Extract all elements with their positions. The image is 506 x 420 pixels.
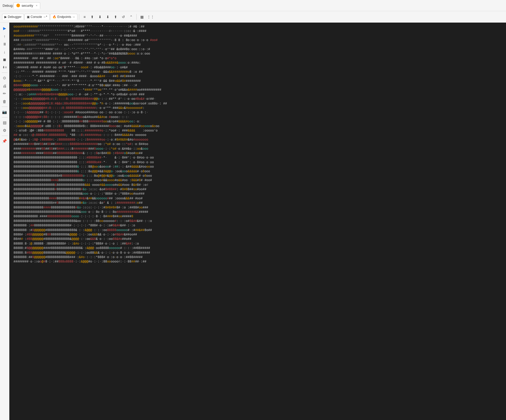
toolbar: ▶ Debugger ▣ Console →* 🔥 Endpoints → ≡ … — [0, 11, 506, 23]
console-line: 888888888888888888888##8888888888888#&o·… — [14, 201, 502, 205]
console-line: ###############88##88##8###::::8########… — [14, 147, 502, 151]
toolbar-up-btn[interactable]: ⬆ — [89, 13, 96, 21]
console-line: ####################·#####·o·:·*o**·#***… — [14, 52, 502, 56]
toolbar-ctrl-btn[interactable]: ⌃ — [128, 13, 135, 21]
console-line: ·:··:ooo@@@@@@@@##:8::::::8:888888888###… — [14, 106, 502, 110]
console-line: 8888888888888888888888#8888888888888#&o·… — [14, 187, 502, 192]
console-line: oo#····:######***************#*o#···#***… — [14, 29, 502, 34]
toolbar-sep-1 — [79, 14, 79, 20]
console-line: ########·o·:ooo@#8·:·:##888o8888·:·:&@@@… — [14, 260, 502, 264]
console-line: :·:···:&@@@@@@##·8:·:·:·:·:ooo## ##oooo#… — [14, 110, 502, 115]
debug-label: Debug: — [3, 4, 14, 8]
console-line: oooo#########*******************:#8###**… — [14, 25, 502, 29]
toolbar-sep-2 — [136, 14, 137, 20]
console-line: 8888888·:#8@@@@@@#888888888888888&·:·:&@… — [14, 228, 502, 233]
delete-button[interactable]: 🗑 — [1, 98, 8, 105]
console-line: 88888888888888888888888888888888888&ooo·… — [14, 210, 502, 214]
tab-label: security — [22, 4, 33, 8]
tab-security[interactable]: security × — [14, 2, 40, 9]
console-line: 8888#·:#88@@@@@@#888888888888&@@@@·:·:·:… — [14, 233, 502, 237]
endpoints-tab[interactable]: 🔥 Endpoints → — [50, 14, 78, 20]
console-label: Console →* — [31, 15, 47, 19]
toolbar-up2-btn[interactable]: ⬆ — [112, 13, 119, 21]
tab-icon — [16, 4, 20, 7]
console-line: 8888888888888888888888888888888888·::::#… — [14, 160, 502, 165]
console-line: ·::·**····######·######·****·*###**·**·*… — [14, 70, 502, 74]
toolbar-refresh-btn[interactable]: ↺ — [120, 13, 127, 21]
sidebar-sep-1 — [2, 73, 8, 73]
screenshot-button[interactable]: 📷 — [1, 108, 8, 116]
title-bar: Debug: security × — [0, 0, 506, 11]
step-into-button[interactable]: ⬇≡ — [1, 64, 8, 71]
stop-button[interactable]: ⏹ — [1, 56, 8, 63]
console-line: ·:oooo8&&@@@@@@#·o88·:·:8:·888888888#8o:… — [14, 124, 502, 129]
play-button[interactable]: ▶ — [1, 25, 8, 32]
step-up-button[interactable]: ↑ — [1, 32, 8, 40]
console-line: 88###·:#88@@@@@@#8888888888888&@@@@·:·:o… — [14, 237, 502, 241]
console-line: 88###@@@@oooo··········*· ##*#*********·… — [14, 83, 502, 88]
console-line: ·:·:·:o@@@@@@##:88:·:·:·:·:#######8ooo&#… — [14, 115, 502, 120]
pin-button[interactable]: 📌 — [1, 137, 8, 145]
console-line: ################88888##88888888888###&·:… — [14, 151, 502, 156]
sidebar: ▶ ↑ ⏸ ↓ ⏹ ⬇≡ ⊙ 🖨 ✏ 🗑 📷 ▤ ⚙ 📌 — [0, 23, 9, 420]
console-line: ###·######**#######*****·····########·o#… — [14, 38, 502, 43]
console-line: 88888:8·:@:88888·:888888888#·:·:&#o·:·:·… — [14, 242, 502, 246]
sidebar-sep-3 — [2, 117, 8, 117]
console-line: 8888888:##8@@@@@@#888888888888###·:&#o·:… — [14, 255, 502, 260]
console-line: 88888888888888888888###&8888888888888o·:… — [14, 178, 502, 183]
console-line: ·:·:······*·*·########····###··###·####·… — [14, 74, 502, 79]
console-line: 88888:8#88@@@@@@88888888888&@@@@@·:·:·:o… — [14, 251, 502, 255]
console-line: &ooo:·*····*·&#**·&***····****·***8·····… — [14, 79, 502, 83]
console-line: 8888888888888888888888888888888888&·::::… — [14, 165, 502, 169]
console-line: @@@@@@@#8######@@@@@&ooo·:·:·········*##… — [14, 88, 502, 92]
sidebar-sep-2 — [2, 107, 8, 107]
endpoints-label: Endpoints → — [57, 15, 75, 19]
console-line: #ooooo#####*****##* *********8######**·*… — [14, 34, 502, 38]
console-output: oooo#########*******************:#8###**… — [9, 23, 506, 420]
debugger-icon: ▶ — [4, 15, 7, 19]
settings-button[interactable]: ⚙ — [1, 127, 8, 134]
console-line: ·:#####8·####·#·#o##·oo·oo*8*****···ooo#… — [14, 65, 502, 70]
endpoints-icon: 🔥 — [52, 15, 56, 19]
console-line: 888888888888888888888888888888888888&ooo… — [14, 192, 502, 196]
console-line: &####o·###*******####*o#···:·*·**·***·**… — [14, 47, 502, 52]
debugger-tab[interactable]: ▶ Debugger — [2, 14, 24, 20]
console-tab[interactable]: ▣ Console →* — [24, 14, 50, 20]
edit-button[interactable]: ✏ — [1, 90, 8, 97]
toolbar-cols-btn[interactable]: ⋮⋮ — [146, 13, 155, 21]
console-line: 8888888888888888888888888888888888·::::#… — [14, 156, 502, 160]
console-line: 8888888888888888888888&888888888888888&&… — [14, 183, 502, 187]
console-line: ·::o:··:o#####8##88#8###@@@@&ooo·:·#··o#… — [14, 93, 502, 97]
console-line: ·:··:oooo&@@@@@@@#8:#:8:::::8::888888888… — [14, 97, 502, 101]
toolbar-down-btn[interactable]: ⬇ — [96, 13, 104, 21]
sidebar-sep-4 — [2, 136, 8, 136]
console-line: ########··###·##··##·:oo*8####···8&·:·##… — [14, 56, 502, 61]
console-line: ###########·###########·#·o#··#·#8###··#… — [14, 61, 502, 65]
toolbar-down2-btn[interactable]: ⬇ — [104, 13, 111, 21]
console-line: 8888888888888888888888888888888888&·::::… — [14, 169, 502, 174]
console-line: 8888888888888:####8888888888888oooo·:·:·… — [14, 214, 502, 219]
console-line: 8888888·:##8888888888888888888#·:·:·:·:·… — [14, 224, 502, 228]
console-line: @&#8&oo·:·:8@·:88888#:·:888888888·:·:·:8… — [14, 138, 502, 142]
console-line: 88888:#8@@@@@@@@####8888888888888888&·:&… — [14, 246, 502, 251]
pause-button[interactable]: ⏸ — [1, 40, 8, 48]
console-icon: ▣ — [27, 15, 30, 19]
console-line: ##·o·:o:·:@:88888#:888888888; *88:::8:##… — [14, 133, 502, 137]
layout-button[interactable]: ▤ — [1, 119, 8, 126]
console-line: 888888888888888888888888#888888888888o·:… — [14, 174, 502, 178]
toolbar-grid-btn[interactable]: ▦ — [138, 13, 145, 21]
toolbar-menu-btn[interactable]: ≡ — [81, 13, 88, 21]
console-line: ·:··:ooo&@@@@@@@@#8:8:#&&o:88o888888888#… — [14, 102, 502, 106]
console-line: ·:##·:o#####***#######**·· oo:··********… — [14, 43, 502, 47]
print-button[interactable]: 🖨 — [1, 82, 8, 89]
console-line: ·:·o8o8·:@#·:888#8888888888 88:::::#####… — [14, 129, 502, 133]
debugger-label: Debugger — [8, 15, 22, 19]
console-line: 8888888888888888####8888888888888#&o·:o:… — [14, 206, 502, 210]
breakpoints-button[interactable]: ⊙ — [1, 74, 8, 82]
console-line: ###########8##88##88##8###::::88888#####… — [14, 142, 502, 147]
console-line: 8888888888888888888####888888888888##&#&… — [14, 196, 502, 201]
console-line: ·:·:·:o@@@@@@##·#·88·:·:·:888888888##888… — [14, 120, 502, 124]
tab-close[interactable]: × — [36, 4, 37, 7]
step-down-button[interactable]: ↓ — [1, 48, 8, 55]
console-line: 888888888888888888888888888888888&oo·:·:… — [14, 219, 502, 224]
